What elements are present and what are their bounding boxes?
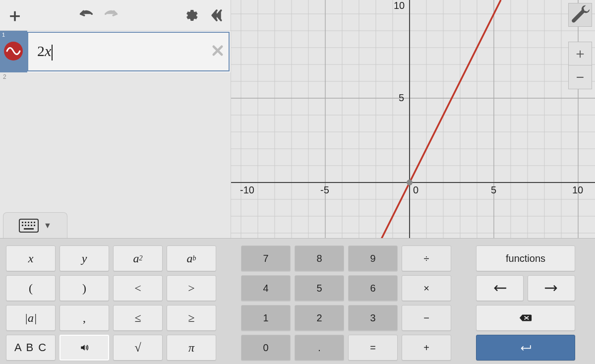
svg-rect-9 [31, 225, 32, 226]
zoom-in-button[interactable]: ＋ [568, 42, 592, 65]
key-3[interactable]: 3 [348, 305, 398, 331]
key-add[interactable]: + [402, 335, 451, 361]
key-equals[interactable]: = [348, 335, 398, 361]
ytick-label: 5 [399, 92, 404, 103]
key-a-to-b[interactable]: ab [167, 245, 216, 271]
key-7[interactable]: 7 [241, 245, 291, 271]
xtick-label: 5 [491, 184, 496, 195]
svg-rect-2 [25, 222, 26, 223]
key-comma[interactable]: , [60, 305, 109, 331]
expression-list: 1 22xx 2 [0, 31, 231, 238]
key-5[interactable]: 5 [295, 275, 344, 301]
svg-rect-1 [22, 222, 23, 223]
graph-svg: -10 -5 0 5 10 5 10 [231, 0, 595, 238]
key-functions[interactable]: functions [476, 245, 575, 271]
key-2[interactable]: 2 [295, 305, 344, 331]
row-index-number: 1 [2, 32, 5, 38]
key-multiply[interactable]: × [402, 275, 451, 301]
text-cursor [52, 45, 53, 61]
keyboard-icon [19, 219, 39, 233]
graph-canvas[interactable]: -10 -5 0 5 10 5 10 ＋ − [231, 0, 595, 238]
key-6[interactable]: 6 [348, 275, 398, 301]
wrench-icon [569, 3, 592, 26]
svg-rect-8 [28, 225, 29, 226]
keypad-algebra: x y a2 ab ( ) < > |a| , ≤ ≥ A B C √ π [6, 245, 216, 359]
delete-expression-button[interactable] [211, 44, 225, 60]
xtick-label: -5 [320, 184, 329, 195]
expression-sidebar: ＋ 1 [0, 0, 231, 238]
expression-row-1[interactable]: 1 22xx [0, 31, 231, 72]
add-expression-button[interactable]: ＋ [3, 0, 27, 31]
keypad-nav: functions [476, 245, 575, 359]
key-divide[interactable]: ÷ [402, 245, 451, 271]
svg-rect-4 [31, 222, 32, 223]
svg-rect-12 [231, 0, 595, 238]
arrow-right-icon [544, 283, 558, 293]
key-rparen[interactable]: ) [60, 275, 109, 301]
xtick-label: 0 [413, 184, 418, 195]
key-4[interactable]: 4 [241, 275, 291, 301]
key-arrow-right[interactable] [528, 275, 575, 301]
svg-rect-7 [25, 225, 26, 226]
chevron-down-icon: ▼ [44, 221, 52, 230]
key-enter[interactable] [476, 335, 575, 361]
keypad-numeric: 7 8 9 ÷ 4 5 6 × 1 2 3 − 0 . = + [241, 245, 451, 359]
key-arrow-left[interactable] [476, 275, 524, 301]
xtick-label: 10 [572, 184, 583, 195]
svg-rect-10 [34, 225, 35, 226]
key-subtract[interactable]: − [402, 305, 451, 331]
sidebar-toolbar: ＋ [0, 0, 231, 31]
graph-tools: ＋ − [568, 3, 592, 89]
row-index-number: 2 [2, 73, 6, 80]
expression-row-2[interactable]: 2 [0, 72, 231, 92]
key-audio[interactable] [60, 335, 109, 361]
row-index-tab[interactable]: 1 [0, 31, 27, 72]
key-lparen[interactable]: ( [6, 275, 56, 301]
key-ge[interactable]: ≥ [167, 305, 216, 331]
ytick-label: 10 [394, 0, 405, 11]
settings-button[interactable] [179, 0, 203, 31]
expression-input-wrap[interactable]: 22xx [27, 32, 230, 71]
collapse-sidebar-button[interactable] [207, 0, 227, 31]
key-sqrt[interactable]: √ [113, 335, 163, 361]
svg-rect-6 [22, 225, 23, 226]
keyboard-toggle-tab[interactable]: ▼ [3, 212, 67, 238]
key-1[interactable]: 1 [241, 305, 291, 331]
arrow-left-icon [493, 283, 507, 293]
key-abc[interactable]: A B C [6, 335, 56, 361]
speaker-icon [77, 343, 91, 353]
onscreen-keyboard: x y a2 ab ( ) < > |a| , ≤ ≥ A B C √ π 7 … [0, 238, 595, 364]
svg-rect-11 [24, 228, 34, 230]
key-greater-than[interactable]: > [167, 275, 216, 301]
key-le[interactable]: ≤ [113, 305, 163, 331]
graph-settings-button[interactable] [568, 3, 592, 27]
expression-input[interactable]: 22xx [37, 43, 53, 61]
key-less-than[interactable]: < [113, 275, 163, 301]
key-8[interactable]: 8 [295, 245, 344, 271]
key-decimal[interactable]: . [295, 335, 344, 361]
key-pi[interactable]: π [167, 335, 216, 361]
color-swatch-icon[interactable] [4, 42, 23, 61]
enter-icon [519, 343, 533, 353]
svg-rect-3 [28, 222, 29, 223]
redo-button[interactable] [99, 0, 123, 31]
key-abs[interactable]: |a| [6, 305, 56, 331]
key-0[interactable]: 0 [241, 335, 291, 361]
zoom-out-button[interactable]: − [568, 65, 592, 89]
key-9[interactable]: 9 [348, 245, 398, 271]
xtick-label: -10 [240, 184, 254, 195]
key-backspace[interactable] [476, 305, 575, 331]
undo-button[interactable] [74, 0, 98, 31]
svg-rect-5 [34, 222, 35, 223]
backspace-icon [519, 313, 533, 323]
key-a-squared[interactable]: a2 [113, 245, 163, 271]
key-x[interactable]: x [6, 245, 56, 271]
expression-text-2: 2 [37, 43, 45, 59]
origin-point [407, 180, 413, 185]
key-y[interactable]: y [60, 245, 109, 271]
row-index-tab: 2 [0, 72, 27, 92]
